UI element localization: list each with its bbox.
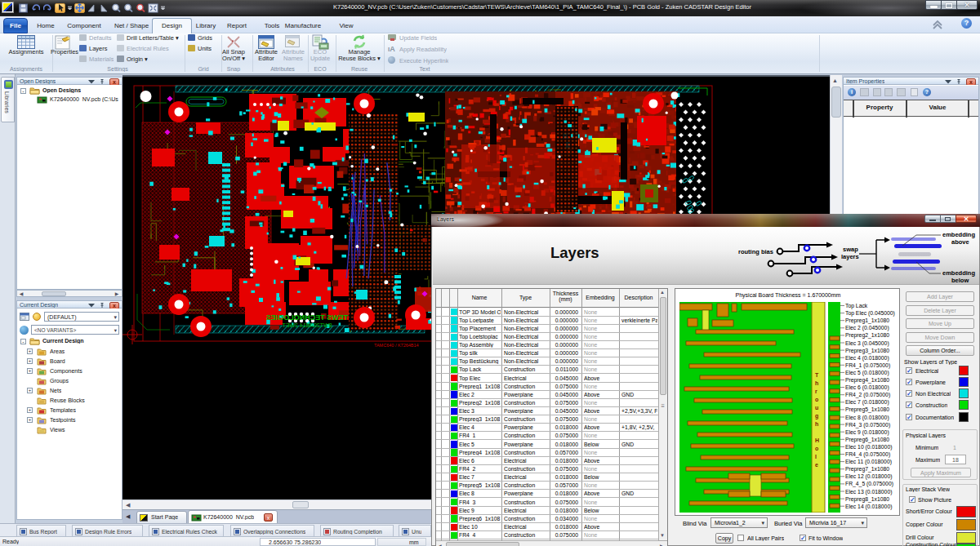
svg-text:Top Elec (0.045000): Top Elec (0.045000) (845, 310, 895, 317)
svg-text:g: g (815, 413, 818, 419)
svg-text:below: below (951, 277, 969, 283)
svg-text:Prepreg4_1x1080: Prepreg4_1x1080 (845, 377, 889, 384)
svg-text:Prepreg3_1x1080: Prepreg3_1x1080 (845, 348, 889, 354)
svg-text:Top Lack: Top Lack (845, 303, 868, 309)
svg-text:Elec 12 (0.018000): Elec 12 (0.018000) (845, 473, 892, 480)
svg-text:Elec 3 (0.045000): Elec 3 (0.045000) (845, 340, 889, 347)
svg-text:e: e (815, 462, 818, 468)
svg-text:FR4_2 (0.075000): FR4_2 (0.075000) (845, 392, 890, 398)
svg-text:Elec 9 (0.018000): Elec 9 (0.018000) (845, 429, 889, 436)
svg-text:Prepreg1_1x1080: Prepreg1_1x1080 (845, 317, 889, 324)
svg-text:Prepreg6_1x1080: Prepreg6_1x1080 (845, 437, 889, 443)
svg-text:u: u (815, 405, 818, 411)
svg-text:o: o (815, 397, 818, 402)
svg-text:Elec 6 (0.018000): Elec 6 (0.018000) (845, 384, 889, 391)
svg-text:Elec 4 (0.018000): Elec 4 (0.018000) (845, 355, 889, 362)
svg-text:l: l (815, 454, 817, 459)
svg-text:Elec 8 (0.018000): Elec 8 (0.018000) (845, 415, 889, 421)
svg-text:Elec 10 (0.018000): Elec 10 (0.018000) (845, 444, 892, 451)
svg-text:FR4_3 (0.075000): FR4_3 (0.075000) (845, 422, 890, 428)
svg-text:Elec 14 (0.018000): Elec 14 (0.018000) (845, 504, 892, 510)
svg-text:TAMC640 / K7264B14: TAMC640 / K7264B14 (374, 343, 419, 348)
svg-text:8WT20AB14 2WET: 8WT20AB14 2WET (282, 322, 332, 328)
svg-text:Prepreg5_1x1080: Prepreg5_1x1080 (845, 406, 889, 413)
svg-text:FR4_1 (0.075000): FR4_1 (0.075000) (845, 362, 890, 369)
svg-text:Elec 2 (0.045000): Elec 2 (0.045000) (845, 325, 889, 331)
svg-text:r: r (815, 388, 817, 394)
svg-text:h: h (815, 380, 818, 386)
svg-text:h: h (815, 421, 818, 427)
svg-text:embedding: embedding (942, 231, 975, 238)
svg-text:FR_4_5 (0.075000): FR_4_5 (0.075000) (845, 481, 893, 487)
svg-text:o: o (815, 446, 818, 451)
svg-text:above: above (951, 238, 969, 246)
svg-text:Prepreg8_1x1080: Prepreg8_1x1080 (845, 496, 889, 503)
svg-text:routing bias: routing bias (738, 248, 773, 255)
svg-text:Prepreg2_1x1080: Prepreg2_1x1080 (845, 332, 889, 339)
svg-text:T: T (815, 372, 819, 378)
svg-text:Elec 11 (0.018000): Elec 11 (0.018000) (845, 459, 892, 465)
svg-text:Elec 5 (0.018000): Elec 5 (0.018000) (845, 370, 889, 376)
svg-text:layers: layers (841, 253, 859, 260)
svg-text:FR4_4 (0.075000): FR4_4 (0.075000) (845, 451, 890, 458)
svg-text:Elec 7 (0.018000): Elec 7 (0.018000) (845, 399, 889, 406)
svg-text:swap: swap (843, 246, 858, 253)
svg-text:Elec 13 (0.018000): Elec 13 (0.018000) (845, 489, 892, 495)
svg-text:TEWS TECHNOLOGIES: TEWS TECHNOLOGIES (266, 313, 349, 322)
svg-text:H: H (815, 437, 819, 443)
svg-text:Prepreg7_1x1080: Prepreg7_1x1080 (845, 466, 889, 473)
